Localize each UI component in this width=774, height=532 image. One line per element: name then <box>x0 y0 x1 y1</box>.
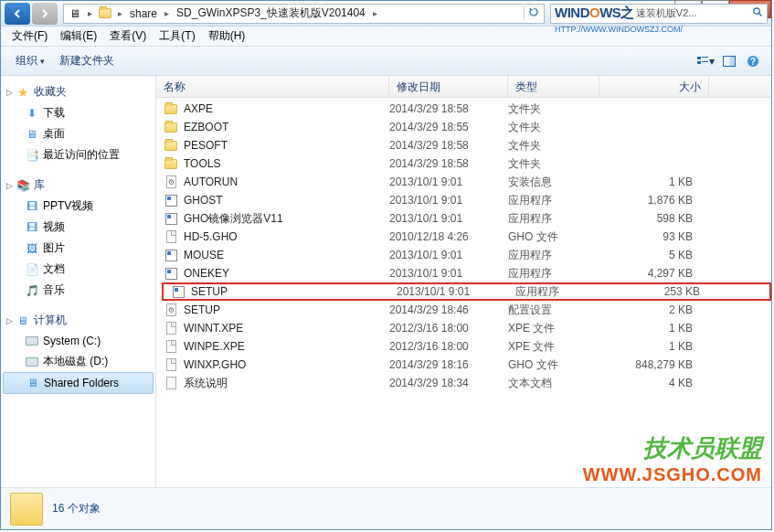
refresh-button[interactable] <box>524 6 542 20</box>
svg-rect-5 <box>702 61 708 62</box>
breadcrumb-sep-icon[interactable]: ▸ <box>161 8 173 18</box>
sidebar-item-label: 音乐 <box>43 282 65 298</box>
sidebar-item[interactable]: ⬇下载 <box>1 102 155 123</box>
file-row[interactable]: ONEKEY2013/10/1 9:01应用程序4,297 KB <box>156 264 771 282</box>
file-size: 598 KB <box>599 212 709 225</box>
file-row[interactable]: MOUSE2013/10/1 9:01应用程序5 KB <box>156 246 771 264</box>
explorer-window: 🖥 ▸ ▸ share ▸ SD_GWinXPSP3_快速装机版V201404 … <box>0 0 772 530</box>
column-date[interactable]: 修改日期 <box>389 76 508 97</box>
folder-icon <box>164 156 178 171</box>
file-size: 1 KB <box>599 340 709 353</box>
sidebar-item[interactable]: 🎞视频 <box>1 217 155 238</box>
file-icon <box>164 321 178 335</box>
file-type: 应用程序 <box>508 266 599 282</box>
search-logo: WINDOWS之 <box>555 5 634 22</box>
sidebar-group-header[interactable]: ▷🖥计算机 <box>1 310 155 331</box>
breadcrumb-segment[interactable]: SD_GWinXPSP3_快速装机版V201404 <box>173 5 369 21</box>
menu-file[interactable]: 文件(F) <box>6 27 53 46</box>
status-count: 16 个对象 <box>52 501 101 516</box>
sidebar-group-header[interactable]: ▷📚库 <box>1 175 155 196</box>
breadcrumb-sep-icon[interactable]: ▸ <box>369 8 381 18</box>
file-row[interactable]: WINNT.XPE2012/3/16 18:00XPE 文件1 KB <box>156 319 771 337</box>
file-type: XPE 文件 <box>508 321 599 336</box>
sidebar-group: ▷📚库🎞PPTV视频🎞视频🖼图片📄文档🎵音乐 <box>1 175 155 301</box>
expand-arrow-icon: ▷ <box>6 88 16 97</box>
file-row[interactable]: WINPE.XPE2012/3/16 18:00XPE 文件1 KB <box>156 337 771 356</box>
file-row[interactable]: HD-5.GHO2010/12/18 4:26GHO 文件93 KB <box>156 228 771 246</box>
file-row[interactable]: SETUP2014/3/29 18:46配置设置2 KB <box>156 301 771 319</box>
new-folder-button[interactable]: 新建文件夹 <box>52 49 122 72</box>
column-size[interactable]: 大小 <box>599 76 709 97</box>
file-row[interactable]: AXPE2014/3/29 18:58文件夹 <box>156 100 771 118</box>
sidebar-item[interactable]: 📑最近访问的位置 <box>1 144 155 165</box>
file-date: 2014/3/29 18:58 <box>389 157 508 170</box>
sidebar-item[interactable]: 🖼图片 <box>1 238 155 259</box>
breadcrumb-sep-icon[interactable]: ▸ <box>114 8 126 18</box>
file-row[interactable]: GHO镜像浏览器V112013/10/1 9:01应用程序598 KB <box>156 209 771 228</box>
column-name[interactable]: 名称 <box>156 76 389 97</box>
file-row[interactable]: SETUP2013/10/1 9:01应用程序253 KB <box>162 282 771 301</box>
breadcrumb-bar[interactable]: 🖥 ▸ ▸ share ▸ SD_GWinXPSP3_快速装机版V201404 … <box>63 4 545 24</box>
search-icon[interactable] <box>752 6 763 20</box>
file-name: EZBOOT <box>184 121 389 133</box>
file-type: 文件夹 <box>508 120 599 135</box>
file-row[interactable]: TOOLS2014/3/29 18:58文件夹 <box>156 154 771 173</box>
sidebar-group-header[interactable]: ▷★收藏夹 <box>1 81 155 102</box>
help-button[interactable]: ? <box>742 51 764 71</box>
file-name: PESOFT <box>184 139 389 152</box>
sidebar-item[interactable]: 本地磁盘 (D:) <box>1 351 155 372</box>
sidebar-item-label: 图片 <box>43 240 65 256</box>
search-url-label: HTTP://WWW.WINDOWSZJ.COM/ <box>555 25 683 34</box>
file-type: 应用程序 <box>508 211 599 227</box>
breadcrumb-segment[interactable]: share <box>126 7 161 20</box>
sidebar-item[interactable]: 📄文档 <box>1 259 155 280</box>
file-name: AUTORUN <box>184 176 389 188</box>
folder-icon <box>98 6 112 21</box>
sidebar-item-label: 桌面 <box>43 126 65 142</box>
file-row[interactable]: WINXP.GHO2014/3/29 18:16GHO 文件848,279 KB <box>156 356 771 374</box>
sidebar-item[interactable]: 🖥桌面 <box>1 123 155 144</box>
forward-button[interactable] <box>32 3 58 25</box>
file-row[interactable]: 系统说明2014/3/29 18:34文本文档4 KB <box>156 374 771 392</box>
sidebar-item-label: 最近访问的位置 <box>43 147 120 163</box>
search-box[interactable]: WINDOWS之 速装机版V2... HTTP://WWW.WINDOWSZJ.… <box>550 4 768 24</box>
file-type: 应用程序 <box>508 248 599 263</box>
file-row[interactable]: PESOFT2014/3/29 18:58文件夹 <box>156 136 771 154</box>
sidebar-item[interactable]: 🖥Shared Folders <box>3 372 154 394</box>
file-name: HD-5.GHO <box>184 230 389 243</box>
toolbar: 组织 新建文件夹 ▾ ? <box>1 47 771 76</box>
preview-pane-button[interactable] <box>718 51 740 71</box>
computer-icon: 🖥 <box>68 6 82 21</box>
back-button[interactable] <box>5 3 30 25</box>
sidebar-group-label: 收藏夹 <box>34 84 67 100</box>
column-type[interactable]: 类型 <box>508 76 599 97</box>
menu-tools[interactable]: 工具(T) <box>154 27 200 46</box>
nav-buttons <box>5 3 58 25</box>
sidebar-item[interactable]: System (C:) <box>1 331 155 351</box>
recent-icon: 📑 <box>25 148 39 163</box>
menu-help[interactable]: 帮助(H) <box>203 27 251 46</box>
file-date: 2014/3/29 18:58 <box>389 102 508 115</box>
file-row[interactable]: AUTORUN2013/10/1 9:01安装信息1 KB <box>156 173 771 191</box>
breadcrumb-sep-icon[interactable]: ▸ <box>84 8 96 18</box>
cfg-icon <box>164 175 178 189</box>
sidebar-item-label: 视频 <box>43 219 65 235</box>
document-icon: 📄 <box>25 262 39 277</box>
sidebar-item[interactable]: 🎞PPTV视频 <box>1 196 155 217</box>
file-name: TOOLS <box>184 157 389 170</box>
file-name: AXPE <box>184 102 389 115</box>
menu-edit[interactable]: 编辑(E) <box>55 27 102 46</box>
sidebar-item[interactable]: 🎵音乐 <box>1 280 155 301</box>
search-placeholder-suffix: 速装机版V2... <box>636 6 697 20</box>
view-options-button[interactable]: ▾ <box>694 51 716 71</box>
menu-view[interactable]: 查看(V) <box>104 27 152 46</box>
organize-button[interactable]: 组织 <box>8 49 52 72</box>
file-list-pane: 名称 修改日期 类型 大小 AXPE2014/3/29 18:58文件夹EZBO… <box>156 76 771 487</box>
file-row[interactable]: EZBOOT2014/3/29 18:55文件夹 <box>156 118 771 136</box>
video-icon: 🎞 <box>25 220 39 235</box>
file-size: 1 KB <box>599 322 709 335</box>
file-date: 2013/10/1 9:01 <box>397 285 515 298</box>
file-row[interactable]: GHOST2013/10/1 9:01应用程序1,876 KB <box>156 191 771 209</box>
folder-icon <box>164 138 178 153</box>
drive-icon <box>25 334 39 348</box>
